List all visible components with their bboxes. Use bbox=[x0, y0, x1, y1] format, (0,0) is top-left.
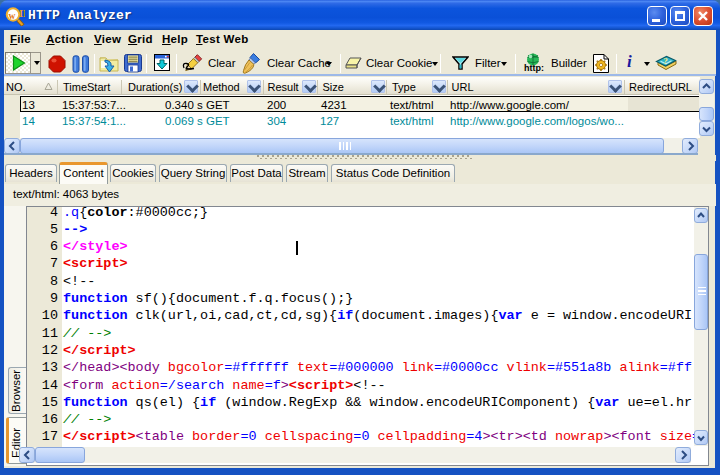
svg-text:w: w bbox=[8, 11, 15, 21]
svg-text:?: ? bbox=[664, 56, 668, 66]
svg-text:II: II bbox=[19, 8, 25, 19]
